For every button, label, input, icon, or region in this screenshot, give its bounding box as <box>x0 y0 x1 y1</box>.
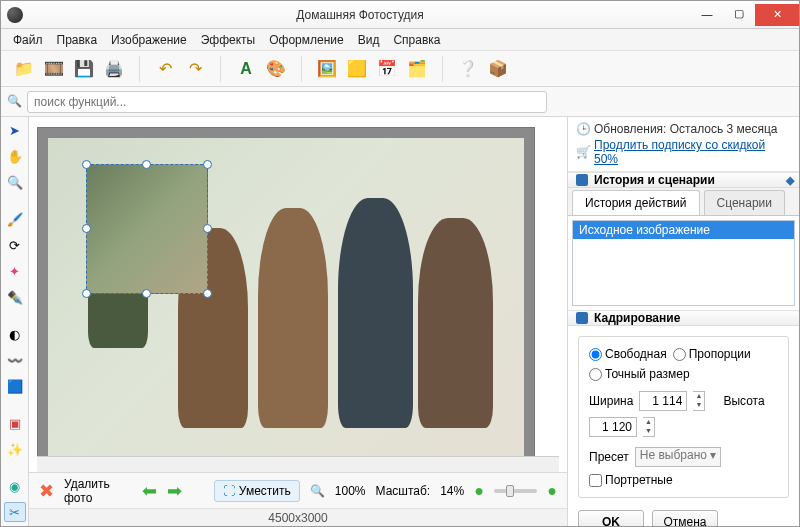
contrast-tool-icon[interactable]: ◐ <box>4 324 26 344</box>
searchbar: 🔍 <box>1 87 799 117</box>
print-icon[interactable]: 🖨️ <box>101 56 127 82</box>
prev-icon[interactable]: ⬅ <box>142 480 157 502</box>
menu-edit[interactable]: Правка <box>51 31 104 49</box>
eraser-tool-icon[interactable]: ◉ <box>4 476 26 496</box>
close-button[interactable]: ✕ <box>755 4 799 26</box>
pen-tool-icon[interactable]: ✒️ <box>4 287 26 307</box>
crop-handle-b[interactable] <box>142 289 151 298</box>
zoom-in-icon[interactable]: ● <box>547 482 557 500</box>
crop-mode-row: Свободная Пропорции Точный размер <box>589 347 778 381</box>
window-title: Домашняя Фотостудия <box>29 8 691 22</box>
scale-value: 14% <box>440 484 464 498</box>
tab-scenarios[interactable]: Сценарии <box>704 190 785 215</box>
calendar-icon[interactable]: 📅 <box>374 56 400 82</box>
statusbar: ✖ Удалить фото ⬅ ➡ ⛶ Уместить 🔍 100% Мас… <box>29 472 567 508</box>
zoom-out-icon[interactable]: ● <box>474 482 484 500</box>
zoom-100-label[interactable]: 100% <box>335 484 366 498</box>
menu-design[interactable]: Оформление <box>263 31 349 49</box>
crop-handle-r[interactable] <box>203 224 212 233</box>
mode-proportions[interactable]: Пропорции <box>673 347 751 361</box>
minimize-button[interactable]: — <box>691 4 723 24</box>
crop-panel-title: Кадрирование <box>594 311 680 325</box>
stamp-tool-icon[interactable]: ⟳ <box>4 236 26 256</box>
canvas[interactable] <box>29 117 567 456</box>
height-spinner[interactable]: ▲▼ <box>643 417 655 437</box>
collage-icon[interactable]: 🗂️ <box>404 56 430 82</box>
collapse-icon[interactable]: ◆ <box>786 174 794 187</box>
width-input[interactable] <box>639 391 687 411</box>
layers-tool-icon[interactable]: ▣ <box>4 413 26 433</box>
horizontal-scrollbar[interactable] <box>37 456 559 472</box>
fit-label: Уместить <box>239 484 291 498</box>
hand-tool-icon[interactable]: ✋ <box>4 147 26 167</box>
crop-handle-l[interactable] <box>82 224 91 233</box>
preset-select[interactable]: Не выбрано ▾ <box>635 447 721 467</box>
cancel-button[interactable]: Отмена <box>652 510 718 527</box>
history-tabs: История действий Сценарии <box>568 188 799 216</box>
crop-panel-header: Кадрирование <box>568 310 799 326</box>
height-label: Высота <box>723 394 764 408</box>
crop-panel-icon <box>576 312 588 324</box>
brush-tool-icon[interactable]: 🖌️ <box>4 210 26 230</box>
portrait-checkbox[interactable]: Портретные <box>589 473 673 487</box>
mode-exact[interactable]: Точный размер <box>589 367 690 381</box>
menu-file[interactable]: Файл <box>7 31 49 49</box>
zoom-slider-thumb[interactable] <box>506 485 514 497</box>
crop-handle-tl[interactable] <box>82 160 91 169</box>
heal-tool-icon[interactable]: ✦ <box>4 261 26 281</box>
menu-image[interactable]: Изображение <box>105 31 193 49</box>
next-icon[interactable]: ➡ <box>167 480 182 502</box>
color-tool-icon[interactable]: 🟦 <box>4 376 26 396</box>
palette-icon[interactable]: 🎨 <box>263 56 289 82</box>
mode-free[interactable]: Свободная <box>589 347 667 361</box>
fit-button[interactable]: ⛶ Уместить <box>214 480 300 502</box>
zoom-slider[interactable] <box>494 489 537 493</box>
history-item[interactable]: Исходное изображение <box>573 221 794 239</box>
crop-handle-t[interactable] <box>142 160 151 169</box>
maximize-button[interactable]: ▢ <box>723 4 755 24</box>
height-input[interactable] <box>589 417 637 437</box>
zoom-tool-icon[interactable]: 🔍 <box>4 173 26 193</box>
delete-photo-label[interactable]: Удалить фото <box>64 477 110 505</box>
ok-button[interactable]: OK <box>578 510 644 527</box>
crop-tool-icon[interactable]: ✂ <box>4 502 26 522</box>
delete-icon[interactable]: ✖ <box>39 480 54 502</box>
photo[interactable] <box>48 138 524 456</box>
help-icon[interactable]: ❔ <box>455 56 481 82</box>
save-icon[interactable]: 💾 <box>71 56 97 82</box>
updates-text: Обновления: Осталось 3 месяца <box>594 122 778 136</box>
text-icon[interactable]: A <box>233 56 259 82</box>
search-input[interactable] <box>27 91 547 113</box>
history-panel-icon <box>576 174 588 186</box>
crop-handle-br[interactable] <box>203 289 212 298</box>
tab-history[interactable]: История действий <box>572 190 700 215</box>
image-icon[interactable]: 🖼️ <box>314 56 340 82</box>
titlebar: Домашняя Фотостудия — ▢ ✕ <box>1 1 799 29</box>
frame-icon[interactable]: 🟨 <box>344 56 370 82</box>
photo-frame <box>37 127 535 456</box>
curves-tool-icon[interactable]: 〰️ <box>4 350 26 370</box>
right-panel: 🕒Обновления: Осталось 3 месяца 🛒Продлить… <box>567 117 799 526</box>
undo-icon[interactable]: ↶ <box>152 56 178 82</box>
extend-link[interactable]: Продлить подписку со скидкой 50% <box>594 138 791 166</box>
menu-help[interactable]: Справка <box>387 31 446 49</box>
history-panel-header: История и сценарии ◆ <box>568 172 799 188</box>
crop-selection[interactable] <box>86 164 208 294</box>
menu-effects[interactable]: Эффекты <box>195 31 262 49</box>
left-toolbar: ➤ ✋ 🔍 🖌️ ⟳ ✦ ✒️ ◐ 〰️ 🟦 ▣ ✨ ◉ ✂ <box>1 117 29 526</box>
menu-view[interactable]: Вид <box>352 31 386 49</box>
open-icon[interactable]: 📁 <box>11 56 37 82</box>
zoom-100-icon[interactable]: 🔍 <box>310 484 325 498</box>
film-icon[interactable]: 🎞️ <box>41 56 67 82</box>
crop-handle-tr[interactable] <box>203 160 212 169</box>
redo-icon[interactable]: ↷ <box>182 56 208 82</box>
effects-tool-icon[interactable]: ✨ <box>4 439 26 459</box>
subscription-info: 🕒Обновления: Осталось 3 месяца 🛒Продлить… <box>568 117 799 172</box>
pointer-tool-icon[interactable]: ➤ <box>4 121 26 141</box>
app-icon <box>7 7 23 23</box>
box-icon[interactable]: 📦 <box>485 56 511 82</box>
crop-handle-bl[interactable] <box>82 289 91 298</box>
width-spinner[interactable]: ▲▼ <box>693 391 705 411</box>
history-list[interactable]: Исходное изображение <box>572 220 795 306</box>
history-panel-title: История и сценарии <box>594 173 715 187</box>
